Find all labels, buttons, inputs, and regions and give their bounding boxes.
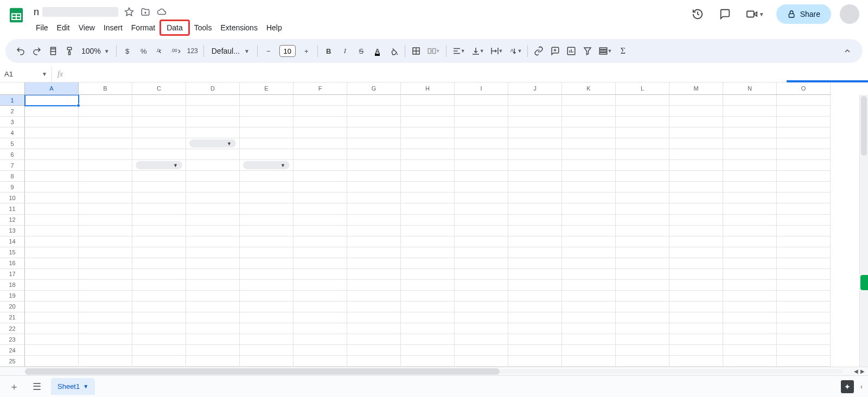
select-all-corner[interactable] [0,82,25,95]
cell[interactable] [132,280,186,291]
cell[interactable] [562,345,616,356]
insert-chart-button[interactable] [564,43,579,59]
column-header[interactable]: G [347,82,401,94]
scrollbar-thumb[interactable] [861,96,867,156]
row-header[interactable]: 4 [0,127,25,138]
cell[interactable] [79,149,132,160]
cell[interactable] [508,226,562,236]
filter-views-button[interactable]: ▼ [596,43,614,59]
cell[interactable] [723,345,777,356]
cell[interactable] [723,203,777,214]
cell[interactable] [401,160,455,171]
cell[interactable] [401,258,455,269]
cell[interactable] [508,247,562,258]
cell[interactable] [455,106,508,117]
cell[interactable] [132,226,186,236]
cell[interactable] [25,323,79,334]
cell[interactable] [79,312,132,323]
cell[interactable] [777,302,831,312]
cell[interactable] [347,171,401,182]
cell[interactable] [79,193,132,203]
cell[interactable] [132,302,186,312]
cell[interactable] [401,356,455,367]
cell[interactable] [401,117,455,127]
text-color-button[interactable]: A [370,43,385,59]
cell[interactable] [132,149,186,160]
cell[interactable] [293,345,347,356]
cell[interactable] [347,236,401,247]
cell[interactable] [723,356,777,367]
cell[interactable] [186,171,240,182]
cell[interactable] [79,138,132,149]
cell[interactable] [25,171,79,182]
increase-decimal-button[interactable]: .00 [169,43,184,59]
cell[interactable] [240,334,293,345]
cell[interactable] [25,215,79,226]
column-header[interactable]: K [562,82,616,94]
cell[interactable] [508,127,562,138]
cell[interactable] [293,127,347,138]
cell[interactable] [455,182,508,193]
cell[interactable] [79,280,132,291]
cell[interactable] [777,149,831,160]
cell[interactable] [347,127,401,138]
cell[interactable] [455,356,508,367]
cell[interactable] [455,312,508,323]
cell[interactable] [777,106,831,117]
cell[interactable] [347,149,401,160]
cell[interactable] [669,160,723,171]
cell[interactable] [616,334,669,345]
cell[interactable] [455,302,508,312]
cell[interactable] [79,127,132,138]
cell[interactable] [79,182,132,193]
cell[interactable] [777,138,831,149]
cell[interactable] [401,95,455,106]
cell[interactable] [347,182,401,193]
cell[interactable] [455,193,508,203]
cell[interactable] [562,203,616,214]
cell[interactable] [562,215,616,226]
cell[interactable] [293,280,347,291]
cell[interactable] [186,193,240,203]
insert-comment-button[interactable] [547,43,563,59]
horizontal-scrollbar[interactable] [25,368,843,375]
cell[interactable] [240,323,293,334]
cell[interactable] [669,356,723,367]
side-panel-tab[interactable] [860,275,868,290]
all-sheets-button[interactable]: ☰ [28,378,46,395]
cell[interactable] [132,171,186,182]
cell[interactable] [240,95,293,106]
cell[interactable] [669,247,723,258]
cell[interactable] [669,269,723,280]
print-button[interactable] [46,43,61,59]
cell[interactable] [347,356,401,367]
cell[interactable] [401,334,455,345]
cell[interactable] [25,182,79,193]
row-header[interactable]: 8 [0,171,25,182]
cell[interactable] [669,236,723,247]
cell[interactable] [79,171,132,182]
cell[interactable] [293,138,347,149]
cell[interactable] [723,193,777,203]
cell[interactable] [777,323,831,334]
cell[interactable] [562,356,616,367]
redo-button[interactable] [29,43,44,59]
cell[interactable] [293,236,347,247]
cell[interactable] [562,193,616,203]
column-header[interactable]: A [25,82,79,94]
cell[interactable] [25,149,79,160]
cell[interactable] [616,171,669,182]
cell[interactable] [562,291,616,302]
cell[interactable] [562,127,616,138]
cell[interactable] [455,236,508,247]
cell[interactable] [79,236,132,247]
cell[interactable] [79,356,132,367]
cell[interactable] [562,269,616,280]
name-box[interactable]: A1 ▼ [0,66,52,82]
cell[interactable] [616,247,669,258]
cell[interactable] [240,215,293,226]
row-header[interactable]: 16 [0,258,25,269]
cell[interactable] [777,182,831,193]
paint-format-button[interactable] [62,43,77,59]
cell[interactable] [25,345,79,356]
